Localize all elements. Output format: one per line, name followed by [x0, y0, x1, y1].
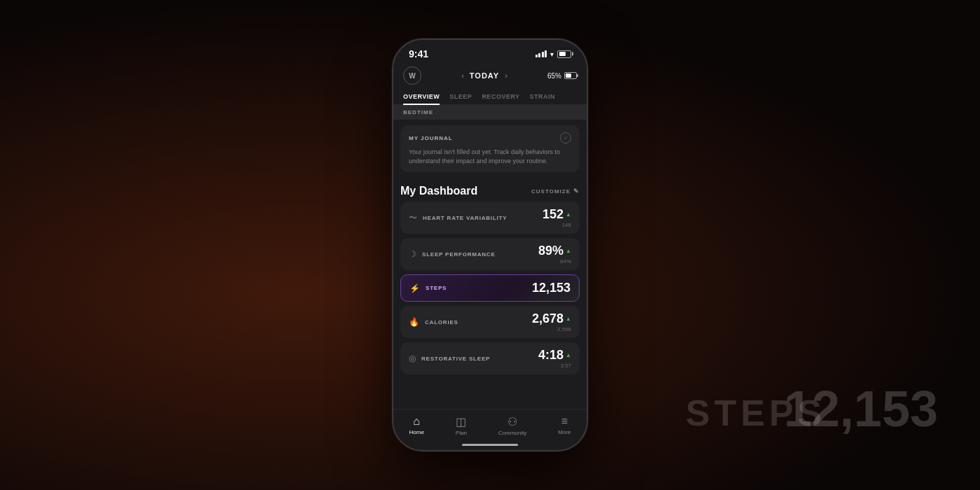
- dashboard-title: My Dashboard: [400, 185, 477, 197]
- journal-header: MY JOURNAL ✓: [409, 132, 571, 144]
- calories-icon: 🔥: [409, 317, 419, 327]
- restorative-sleep-label: RESTORATIVE SLEEP: [421, 356, 490, 362]
- calories-value: 2,678 ▲: [532, 312, 571, 326]
- customize-button[interactable]: CUSTOMIZE ✎: [531, 188, 580, 195]
- content-area: BEDTIME MY JOURNAL ✓ Your journal isn't …: [393, 105, 587, 424]
- next-day-arrow[interactable]: ›: [505, 71, 507, 80]
- tab-sleep[interactable]: SLEEP: [449, 89, 472, 104]
- hrv-label: HEART RATE VARIABILITY: [423, 215, 507, 221]
- metric-steps[interactable]: ⚡ STEPS 12,153: [400, 274, 580, 302]
- date-label: TODAY: [470, 71, 499, 80]
- app-header: W ‹ TODAY › 65%: [393, 62, 587, 89]
- tab-recovery[interactable]: RECOVERY: [482, 89, 519, 104]
- phone-shell: 9:41 ▾ W ‹ TODAY › 65%: [392, 38, 588, 451]
- sleep-perf-prev: 84%: [538, 258, 571, 265]
- calories-prev: 2,598: [532, 326, 571, 332]
- nav-plan[interactable]: ◫ Plan: [456, 415, 467, 436]
- home-bar: [462, 444, 518, 446]
- steps-value: 12,153: [532, 281, 570, 295]
- sleep-perf-icon: ☽: [409, 249, 416, 259]
- nav-home[interactable]: ⌂ Home: [409, 415, 424, 436]
- status-time: 9:41: [409, 48, 428, 59]
- journal-title: MY JOURNAL: [409, 135, 453, 141]
- nav-more[interactable]: ≡ More: [558, 415, 570, 436]
- status-bar: 9:41 ▾: [393, 40, 587, 62]
- home-label: Home: [409, 429, 424, 435]
- tab-strain[interactable]: STRAIN: [530, 89, 556, 104]
- steps-label: STEPS: [426, 285, 447, 291]
- journal-card[interactable]: MY JOURNAL ✓ Your journal isn't filled o…: [400, 125, 580, 172]
- hrv-icon: 〜: [409, 212, 417, 224]
- restorative-sleep-icon: ◎: [409, 354, 416, 363]
- battery-icon: [557, 50, 571, 58]
- journal-check-icon: ✓: [560, 132, 571, 144]
- metric-calories[interactable]: 🔥 CALORIES 2,678 ▲ 2,598: [400, 306, 580, 338]
- date-navigation: ‹ TODAY ›: [461, 71, 507, 80]
- signal-icon: [536, 50, 547, 57]
- community-label: Community: [498, 430, 526, 436]
- more-label: More: [558, 429, 570, 435]
- plan-icon: ◫: [456, 415, 466, 428]
- more-icon: ≡: [561, 415, 568, 428]
- hrv-prev: 148: [542, 222, 571, 228]
- calories-label: CALORIES: [425, 319, 458, 326]
- metric-restorative-sleep[interactable]: ◎ RESTORATIVE SLEEP 4:18 ▲ 3:57: [400, 342, 580, 374]
- community-icon: ⚇: [507, 415, 517, 428]
- avatar[interactable]: W: [403, 66, 421, 85]
- home-icon: ⌂: [413, 415, 420, 428]
- metric-hrv[interactable]: 〜 HEART RATE VARIABILITY 152 ▲ 148: [400, 202, 580, 234]
- nav-community[interactable]: ⚇ Community: [498, 415, 526, 436]
- edit-icon: ✎: [573, 188, 580, 195]
- bedtime-banner: BEDTIME: [393, 105, 587, 120]
- plan-label: Plan: [456, 430, 467, 436]
- hrv-trend-icon: ▲: [566, 211, 571, 218]
- sleep-perf-label: SLEEP PERFORMANCE: [422, 251, 496, 258]
- calories-trend-icon: ▲: [566, 316, 571, 322]
- battery-percentage: 65%: [547, 72, 577, 80]
- dashboard-header: My Dashboard CUSTOMIZE ✎: [393, 178, 587, 202]
- sleep-perf-value: 89% ▲: [538, 244, 571, 258]
- steps-icon: ⚡: [410, 284, 420, 293]
- hrv-value: 152 ▲: [542, 207, 571, 222]
- restorative-sleep-trend-icon: ▲: [566, 352, 571, 358]
- status-icons: ▾: [536, 50, 572, 58]
- prev-day-arrow[interactable]: ‹: [461, 71, 464, 80]
- restorative-sleep-value: 4:18 ▲: [538, 348, 571, 363]
- metric-sleep-performance[interactable]: ☽ SLEEP PERFORMANCE 89% ▲ 84%: [400, 238, 580, 270]
- bg-steps-number: 12,153: [784, 380, 938, 438]
- tab-overview[interactable]: OVERVIEW: [403, 89, 440, 104]
- restorative-sleep-prev: 3:57: [538, 363, 571, 369]
- journal-body: Your journal isn't filled out yet. Track…: [409, 148, 571, 165]
- sleep-perf-trend-icon: ▲: [566, 248, 571, 254]
- tab-bar: OVERVIEW SLEEP RECOVERY STRAIN: [393, 89, 587, 105]
- wifi-icon: ▾: [550, 50, 554, 58]
